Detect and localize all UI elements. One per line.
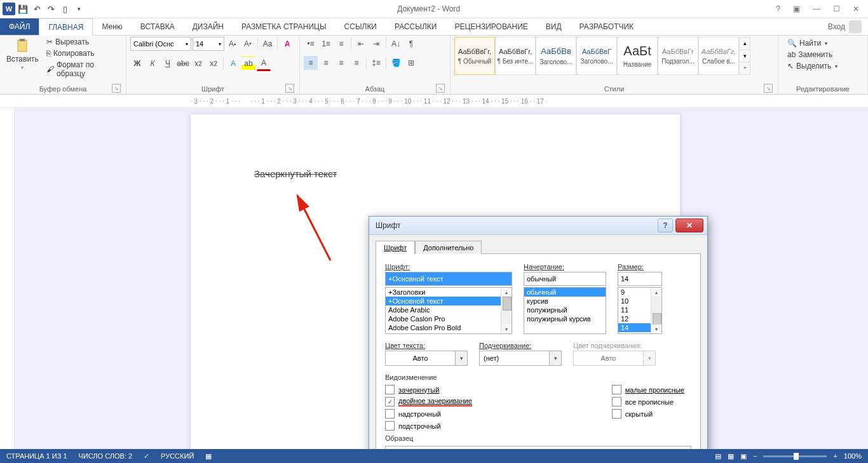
styles-gallery[interactable]: АаБбВвГг,¶ Обычный АаБбВвГг,¶ Без инте..… <box>454 37 750 75</box>
font-color-button[interactable]: A <box>257 56 271 71</box>
styles-launcher-icon[interactable]: ↘ <box>764 84 773 93</box>
align-left-button[interactable]: ≡ <box>304 56 318 70</box>
status-words[interactable]: ЧИСЛО СЛОВ: 2 <box>79 452 133 460</box>
scrollbar[interactable]: ▴▾ <box>651 288 661 333</box>
numbering-button[interactable]: 1≡ <box>319 37 333 51</box>
style-heading2[interactable]: АаБбВвГЗаголово... <box>576 37 617 75</box>
cut-button[interactable]: ✂Вырезать <box>45 37 122 47</box>
tab-mail[interactable]: РАССЫЛКИ <box>386 18 445 35</box>
shrink-font-button[interactable]: A▾ <box>241 37 255 51</box>
font-name-combo[interactable]: Calibri (Оснс▾ <box>130 37 191 51</box>
dialog-help-icon[interactable]: ? <box>658 218 673 232</box>
replace-button[interactable]: abЗаменить <box>786 50 839 60</box>
align-right-button[interactable]: ≡ <box>334 56 348 70</box>
style-subtle[interactable]: АаБбВвГг,Слабое в... <box>698 37 739 75</box>
para-launcher-icon[interactable]: ↘ <box>436 84 445 93</box>
styles-more-button[interactable]: ▴ ▾ ⁼ <box>739 37 750 75</box>
style-nospacing[interactable]: АаБбВвГг,¶ Без инте... <box>495 37 536 75</box>
document-text[interactable]: Зачеркнутый текст <box>254 168 337 179</box>
text-effects-button[interactable]: A <box>226 57 240 70</box>
tab-menu[interactable]: Меню <box>93 18 131 35</box>
select-button[interactable]: ↖Выделить▾ <box>786 61 839 71</box>
style-listbox[interactable]: обычный курсив полужирный полужирный кур… <box>524 287 606 334</box>
status-proofing-icon[interactable]: ✓ <box>144 452 149 460</box>
size-listbox[interactable]: 9 10 11 12 14 ▴▾ <box>618 287 662 334</box>
font-input[interactable]: +Основной текст <box>385 272 512 286</box>
tab-insert[interactable]: ВСТАВКА <box>132 18 184 35</box>
format-painter-button[interactable]: 🖌Формат по образцу <box>45 60 122 79</box>
new-doc-icon[interactable]: ▯ <box>58 3 71 15</box>
style-title[interactable]: АаБtНазвание <box>617 37 658 75</box>
color-dropdown[interactable]: Авто▾ <box>385 351 468 366</box>
undo-icon[interactable]: ↶ <box>31 3 43 15</box>
checkbox-hidden[interactable]: скрытый <box>612 409 684 419</box>
close-icon[interactable]: ✕ <box>849 2 863 16</box>
align-center-button[interactable]: ≡ <box>319 56 333 70</box>
shading-button[interactable]: 🪣 <box>389 56 403 70</box>
style-subtitle[interactable]: АаБбВвГгПодзагол... <box>658 37 698 75</box>
checkbox-smallcaps[interactable]: малые прописные <box>612 385 684 394</box>
borders-button[interactable]: ⊞ <box>404 56 418 70</box>
paste-button[interactable]: Вставить ▾ <box>4 37 41 72</box>
style-input[interactable]: обычный <box>524 272 606 286</box>
grow-font-button[interactable]: A▴ <box>226 37 240 51</box>
indent-dec-button[interactable]: ⇤ <box>354 37 368 51</box>
dialog-tab-advanced[interactable]: Дополнительно <box>415 241 482 254</box>
bold-button[interactable]: Ж <box>130 57 144 70</box>
bullets-button[interactable]: •≡ <box>304 37 318 51</box>
vertical-ruler[interactable] <box>0 108 15 454</box>
dialog-close-icon[interactable]: ✕ <box>675 218 703 232</box>
tab-refs[interactable]: ССЫЛКИ <box>336 18 386 35</box>
clear-format-button[interactable]: A̷ <box>280 37 294 51</box>
line-spacing-button[interactable]: ‡≡ <box>369 56 383 70</box>
checkbox-strike[interactable]: зачеркнутый <box>385 385 472 394</box>
zoom-value[interactable]: 100% <box>844 452 862 460</box>
checkbox-double-strike[interactable]: ✓двойное зачеркивание <box>385 397 472 406</box>
minimize-icon[interactable]: — <box>809 2 824 16</box>
checkbox-superscript[interactable]: надстрочный <box>385 409 472 419</box>
zoom-out-icon[interactable]: − <box>753 452 757 460</box>
tab-dev[interactable]: РАЗРАБОТЧИК <box>571 18 643 35</box>
highlight-button[interactable]: ab <box>241 57 255 70</box>
italic-button[interactable]: К <box>146 57 159 70</box>
status-macro-icon[interactable]: ▦ <box>205 452 212 460</box>
view-read-icon[interactable]: ▤ <box>715 452 721 460</box>
superscript-button[interactable]: x2 <box>207 57 220 70</box>
save-icon[interactable]: 💾 <box>17 3 29 15</box>
multilevel-button[interactable]: ≡ <box>334 37 348 51</box>
underline-dropdown[interactable]: (нет)▾ <box>479 351 562 366</box>
checkbox-allcaps[interactable]: все прописные <box>612 397 684 406</box>
zoom-in-icon[interactable]: + <box>833 452 837 460</box>
underline-button[interactable]: Ч <box>161 57 175 70</box>
tab-design[interactable]: ДИЗАЙН <box>184 18 233 35</box>
style-heading1[interactable]: АаБбВвЗаголово... <box>536 37 576 75</box>
status-page[interactable]: СТРАНИЦА 1 ИЗ 1 <box>6 452 67 460</box>
horizontal-ruler[interactable]: · 3 · · · 2 · · · 1 · · · · · · 1 · · · … <box>0 95 868 108</box>
tab-view[interactable]: ВИД <box>537 18 571 35</box>
ribbon-options-icon[interactable]: ▣ <box>789 2 804 16</box>
find-button[interactable]: 🔍Найти▾ <box>786 38 839 48</box>
dialog-titlebar[interactable]: Шрифт ? ✕ <box>369 217 707 235</box>
font-launcher-icon[interactable]: ↘ <box>285 84 294 93</box>
checkbox-subscript[interactable]: подстрочный <box>385 421 472 431</box>
strike-button[interactable]: abc <box>176 57 190 70</box>
copy-button[interactable]: ⎘Копировать <box>45 48 122 58</box>
status-lang[interactable]: РУССКИЙ <box>161 452 194 460</box>
style-normal[interactable]: АаБбВвГг,¶ Обычный <box>454 37 495 75</box>
size-input[interactable]: 14 <box>618 272 662 286</box>
font-listbox[interactable]: +Заголовки +Основной текст Adobe Arabic … <box>385 287 512 334</box>
view-web-icon[interactable]: ▣ <box>740 452 747 460</box>
tab-file[interactable]: ФАЙЛ <box>0 18 39 35</box>
clipboard-launcher-icon[interactable]: ↘ <box>112 84 121 93</box>
zoom-slider[interactable] <box>763 455 827 457</box>
login-area[interactable]: Вход <box>822 18 868 35</box>
tab-layout[interactable]: РАЗМЕТКА СТРАНИЦЫ <box>233 18 336 35</box>
redo-icon[interactable]: ↷ <box>44 3 57 15</box>
change-case-button[interactable]: Aa <box>261 37 275 51</box>
qat-customize-icon[interactable]: ▾ <box>72 3 85 15</box>
tab-home[interactable]: ГЛАВНАЯ <box>39 18 93 36</box>
tab-review[interactable]: РЕЦЕНЗИРОВАНИЕ <box>445 18 536 35</box>
subscript-button[interactable]: x2 <box>191 57 205 70</box>
dialog-tab-font[interactable]: Шрифт <box>376 241 415 254</box>
align-justify-button[interactable]: ≡ <box>349 56 363 70</box>
